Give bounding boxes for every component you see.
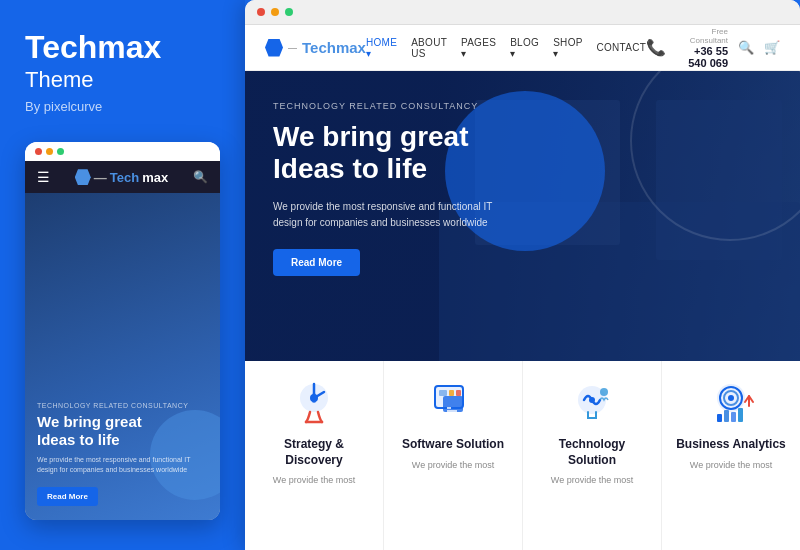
- service-card-analytics: Business Analytics We provide the most: [662, 361, 800, 550]
- phone-number: +36 55 540 069: [676, 45, 728, 69]
- search-icon[interactable]: 🔍: [738, 40, 754, 55]
- browser-dot-green[interactable]: [285, 8, 293, 16]
- nav-phone: Free Consultant +36 55 540 069: [676, 27, 728, 69]
- nav-shop[interactable]: SHOP ▾: [553, 37, 582, 59]
- site-nav: — Techmax HOME ▾ ABOUT US PAGES ▾ BLOG ▾…: [245, 25, 800, 71]
- service-card-strategy: Strategy & Discovery We provide the most: [245, 361, 384, 550]
- browser-dot-yellow[interactable]: [271, 8, 279, 16]
- mobile-hero-desc: We provide the most responsive and funct…: [37, 455, 208, 475]
- svg-rect-10: [456, 390, 461, 396]
- software-desc: We provide the most: [412, 459, 494, 473]
- analytics-desc: We provide the most: [690, 459, 772, 473]
- nav-links: HOME ▾ ABOUT US PAGES ▾ BLOG ▾ SHOP ▾ CO…: [366, 37, 646, 59]
- nav-pages[interactable]: PAGES ▾: [461, 37, 496, 59]
- hero-tag: TECHNOLOGY RELATED CONSULTANCY: [273, 101, 772, 111]
- technology-desc: We provide the most: [551, 474, 633, 488]
- svg-rect-5: [443, 396, 463, 412]
- mobile-preview: ☰ — Techmax 🔍 TECHNOLOGY RELATED CONSULT…: [25, 142, 220, 520]
- mobile-search-icon[interactable]: 🔍: [193, 170, 208, 184]
- brand-title: Techmax: [25, 30, 220, 65]
- service-card-software: Software Solution We provide the most: [384, 361, 523, 550]
- analytics-icon: [706, 377, 756, 427]
- mobile-dot-red: [35, 148, 42, 155]
- browser-bar: [245, 0, 800, 25]
- svg-rect-8: [439, 390, 447, 396]
- mobile-dot-green: [57, 148, 64, 155]
- software-title: Software Solution: [402, 437, 504, 453]
- nav-contact[interactable]: CONTACT: [597, 42, 647, 53]
- svg-point-18: [728, 395, 734, 401]
- mobile-hero-tag: TECHNOLOGY RELATED CONSULTANCY: [37, 402, 208, 409]
- svg-rect-20: [724, 410, 729, 422]
- strategy-desc: We provide the most: [273, 474, 355, 488]
- nav-right: 📞 Free Consultant +36 55 540 069 🔍 🛒: [646, 27, 780, 69]
- hamburger-icon[interactable]: ☰: [37, 169, 50, 185]
- cart-icon[interactable]: 🛒: [764, 40, 780, 55]
- mobile-hero-content: TECHNOLOGY RELATED CONSULTANCY We bring …: [37, 402, 208, 506]
- site-logo-icon: [265, 39, 283, 57]
- brand-subtitle: Theme: [25, 67, 220, 93]
- phone-icon: 📞: [646, 38, 666, 57]
- service-card-technology: Technology Solution We provide the most: [523, 361, 662, 550]
- svg-rect-9: [449, 390, 454, 396]
- phone-label: Free Consultant: [676, 27, 728, 45]
- svg-point-12: [589, 397, 595, 403]
- nav-blog[interactable]: BLOG ▾: [510, 37, 539, 59]
- svg-rect-19: [717, 414, 722, 422]
- site-logo: — Techmax: [265, 39, 366, 57]
- hero-heading: We bring great Ideas to life: [273, 121, 493, 185]
- mobile-browser-dots: [25, 142, 220, 161]
- hero-desc: We provide the most responsive and funct…: [273, 199, 503, 231]
- mobile-nav-bar: ☰ — Techmax 🔍: [25, 161, 220, 193]
- strategy-icon: [289, 377, 339, 427]
- mobile-logo: — Techmax: [75, 169, 168, 185]
- strategy-title: Strategy & Discovery: [259, 437, 369, 468]
- svg-rect-22: [738, 408, 743, 422]
- mobile-logo-icon: [75, 169, 91, 185]
- technology-icon: [567, 377, 617, 427]
- browser-window: — Techmax HOME ▾ ABOUT US PAGES ▾ BLOG ▾…: [245, 0, 800, 550]
- svg-point-14: [600, 388, 608, 396]
- technology-title: Technology Solution: [537, 437, 647, 468]
- software-icon: [428, 377, 478, 427]
- hero-content: TECHNOLOGY RELATED CONSULTANCY We bring …: [245, 71, 800, 306]
- mobile-dot-yellow: [46, 148, 53, 155]
- analytics-title: Business Analytics: [676, 437, 786, 453]
- svg-rect-21: [731, 412, 736, 422]
- left-panel: Techmax Theme By pixelcurve ☰ — Techmax …: [0, 0, 245, 550]
- brand-by: By pixelcurve: [25, 99, 220, 114]
- nav-about[interactable]: ABOUT US: [411, 37, 447, 59]
- hero-section: TECHNOLOGY RELATED CONSULTANCY We bring …: [245, 71, 800, 361]
- services-section: Strategy & Discovery We provide the most…: [245, 361, 800, 550]
- mobile-read-more-button[interactable]: Read More: [37, 487, 98, 506]
- nav-home[interactable]: HOME ▾: [366, 37, 397, 59]
- mobile-hero-heading: We bring great Ideas to life: [37, 413, 208, 449]
- hero-read-more-button[interactable]: Read More: [273, 249, 360, 276]
- mobile-logo-text: Tech: [110, 170, 139, 185]
- mobile-hero: TECHNOLOGY RELATED CONSULTANCY We bring …: [25, 193, 220, 520]
- browser-dot-red[interactable]: [257, 8, 265, 16]
